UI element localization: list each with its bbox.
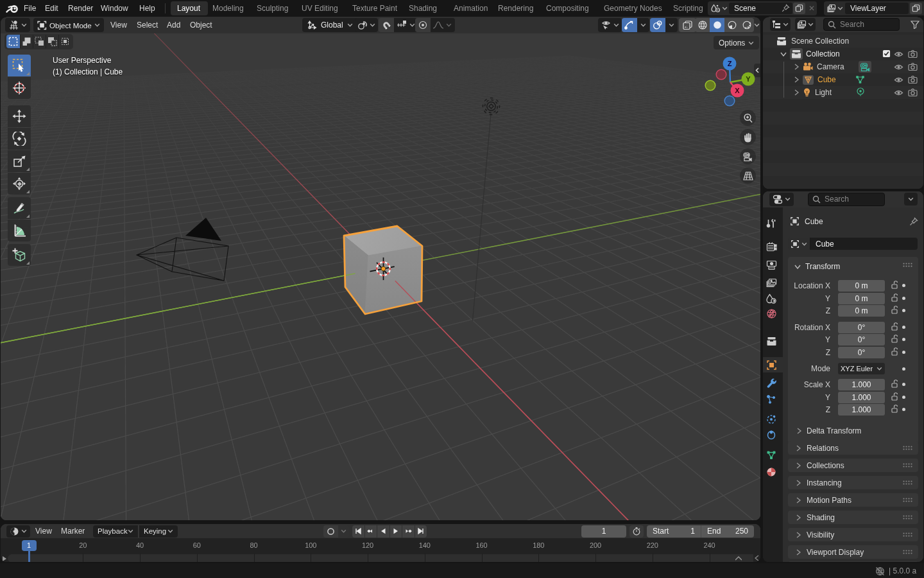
svg-text:X: X [735, 87, 740, 94]
svg-text:Y: Y [746, 75, 751, 83]
svg-text:Z: Z [728, 60, 732, 67]
